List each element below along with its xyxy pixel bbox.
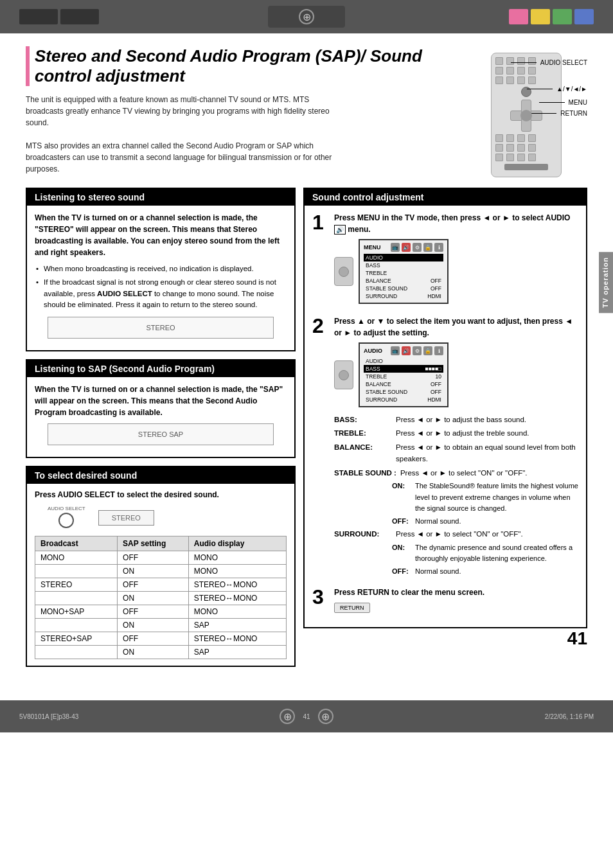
mini-remote-group: [334, 257, 353, 286]
bass-setting: BASS: Press ◄ or ► to adjust the bass so…: [334, 414, 578, 425]
table-header-row: Broadcast SAP setting Audio display: [35, 536, 287, 551]
step-2-number: 2: [312, 315, 328, 336]
stereo-indicator-box: STEREO: [98, 510, 154, 526]
mini-icon-a: 📺: [391, 346, 400, 355]
cell: ON: [118, 619, 189, 632]
remote-illustration: AUDIO SELECT ▲/▼/◄/► MENU: [433, 46, 587, 177]
surround-off-desc: Normal sound.: [415, 566, 461, 578]
stereo-bullet-1: When mono broadcasting is received, no i…: [35, 263, 287, 274]
listening-stereo-section: Listening to stereo sound When the TV is…: [26, 188, 296, 351]
table-row: ON SAP: [35, 646, 287, 659]
listening-stereo-header: Listening to stereo sound: [27, 189, 294, 206]
remote-dot: [517, 144, 525, 152]
remote-dot: [495, 154, 503, 161]
mini-menu2-bass-label: BASS: [366, 366, 380, 372]
stable-off-desc: Normal sound.: [415, 516, 461, 527]
remote-bottom-bar: [504, 164, 547, 170]
mini-menu2-balance-val: OFF: [431, 381, 441, 387]
sound-control-body: 1 Press MENU in the TV mode, then press …: [305, 206, 586, 627]
sap-display: STEREO SAP: [48, 423, 274, 445]
cell: STEREO↔MONO: [188, 592, 286, 605]
mini-menu-hdmi-val: HDMI: [427, 293, 441, 299]
mini-icon-5: ℹ: [434, 243, 443, 252]
cell: OFF: [118, 632, 189, 646]
mini-menu2-treble: TREBLE 10: [364, 373, 443, 380]
select-sound-section: To select desired sound Press AUDIO SELE…: [26, 466, 296, 667]
remote-dot: [495, 134, 503, 142]
stereo-display-text: STEREO: [146, 324, 175, 332]
cell: OFF: [118, 578, 189, 592]
treble-label: TREBLE:: [334, 427, 392, 439]
main-title: Stereo and Second Audio Program (SAP)/ S…: [26, 46, 433, 86]
bottom-compass-icon-2: ⊕: [318, 709, 333, 724]
mini-screen-1: MENU 📺 🔊 ⚙ 🔒 ℹ: [359, 239, 449, 304]
cell: STEREO↔MONO: [188, 578, 286, 592]
mini-menu2-treble-val: 10: [436, 373, 441, 380]
color-block-pink: [509, 9, 528, 24]
audio-select-circle: [58, 513, 74, 528]
sound-control-section: Sound control adjustment 1 Press MENU in…: [303, 188, 587, 628]
cell: ON: [118, 565, 189, 578]
step-2-text: Press ▲ or ▼ to select the item you want…: [334, 315, 578, 339]
title-section: Stereo and Second Audio Program (SAP)/ S…: [26, 46, 587, 177]
mini-icon-2: 🔊: [402, 243, 411, 252]
stable-sound-desc: Press ◄ or ► to select "ON" or "OFF".: [400, 467, 578, 479]
return-button-icon: RETURN: [334, 603, 370, 613]
table-row: ON MONO: [35, 565, 287, 578]
menu-label-line: MENU: [511, 99, 587, 106]
sound-table-container: Broadcast SAP setting Audio display MONO…: [35, 536, 287, 659]
main-content: Stereo and Second Audio Program (SAP)/ S…: [0, 33, 613, 687]
menu-label: MENU: [569, 99, 587, 106]
remote-dot: [517, 134, 525, 142]
bottom-compass-icon: ⊕: [280, 709, 295, 724]
top-bar-right-decoration: [509, 9, 594, 24]
audio-select-label: AUDIO SELECT: [540, 59, 587, 66]
nav-label: ▲/▼/◄/►: [556, 85, 587, 93]
col-broadcast: Broadcast: [35, 536, 118, 551]
table-row: STEREO+SAP OFF STEREO↔MONO: [35, 632, 287, 646]
select-sound-header: To select desired sound: [27, 467, 294, 484]
top-bar-block-2: [60, 9, 99, 24]
listening-sap-section: Listening to SAP (Second Audio Program) …: [26, 359, 296, 458]
mini-menu2-balance-label: BALANCE: [366, 381, 391, 387]
audio-select-button-icon: AUDIO SELECT: [48, 506, 85, 529]
mini-remote-dpad-2: [339, 370, 349, 380]
remote-dot: [506, 144, 514, 152]
sap-display-text: STEREO SAP: [138, 430, 183, 438]
audio-select-display: AUDIO SELECT STEREO: [48, 506, 274, 529]
mini-screen-header-2: AUDIO 📺 🔊 ⚙ 🔒 ℹ: [364, 346, 443, 355]
mini-screen-header-1: MENU 📺 🔊 ⚙ 🔒 ℹ: [364, 243, 443, 252]
stereo-bold-text: When the TV is turned on or a channel se…: [35, 212, 287, 258]
table-row: ON STEREO↔MONO: [35, 592, 287, 605]
nav-label-line: ▲/▼/◄/►: [511, 85, 587, 93]
cell: [35, 619, 118, 632]
cell: [35, 592, 118, 605]
step-2-row: 2 Press ▲ or ▼ to select the item you wa…: [312, 315, 578, 579]
step-1-row: 1 Press MENU in the TV mode, then press …: [312, 212, 578, 308]
audio-select-btn-label: AUDIO SELECT: [48, 506, 85, 511]
step-3-strong: Press RETURN to clear the menu screen.: [334, 588, 484, 597]
audio-icon: 🔊: [334, 225, 346, 235]
label-dash: [527, 89, 553, 89]
cell: SAP: [188, 619, 286, 632]
surround-on: ON: The dynamic presence and sound creat…: [392, 542, 578, 565]
step-1-number: 1: [312, 212, 328, 233]
intro-paragraph-1: The unit is equipped with a feature know…: [26, 95, 330, 127]
surround-on-label: ON:: [392, 542, 411, 565]
remote-dot: [495, 76, 503, 84]
step-1-text: Press MENU in the TV mode, then press ◄ …: [334, 212, 578, 235]
intro-text-1: The unit is equipped with a feature know…: [26, 94, 334, 175]
sound-selection-table: Broadcast SAP setting Audio display MONO…: [35, 536, 287, 659]
select-sound-body: Press AUDIO SELECT to select the desired…: [27, 484, 294, 666]
top-bar-left-decoration: [19, 9, 99, 24]
bass-desc: Press ◄ or ► to adjust the bass sound.: [396, 414, 578, 425]
mini-menu2-stable: STABLE SOUND OFF: [364, 388, 443, 396]
compass-icon: ⊕: [299, 9, 314, 24]
mini-icon-d: 🔒: [423, 346, 432, 355]
remote-dot: [528, 134, 536, 142]
settings-list: BASS: Press ◄ or ► to adjust the bass so…: [334, 414, 578, 578]
mini-icon-3: ⚙: [413, 243, 422, 252]
mini-menu-surround-label: SURROUND: [366, 293, 397, 299]
mini-menu2-bass-bar: ■■■■□: [425, 366, 441, 372]
bottom-center-text: 41: [303, 713, 310, 720]
